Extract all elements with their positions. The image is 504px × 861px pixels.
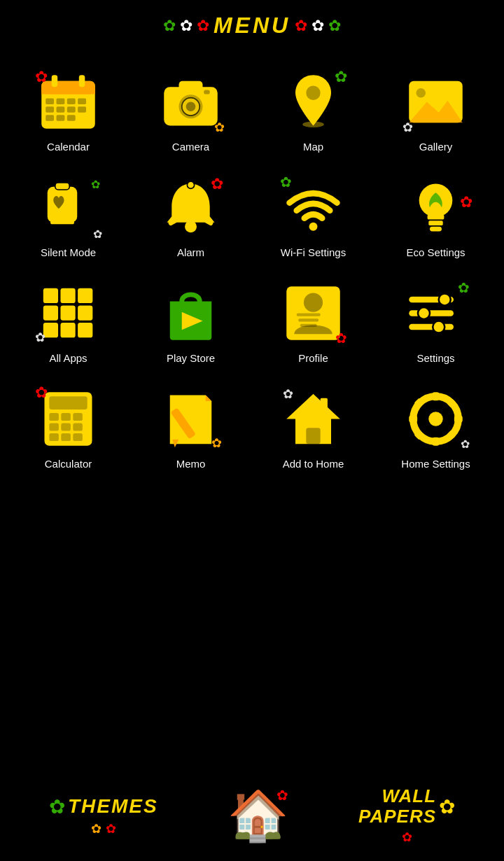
svg-rect-61 — [49, 396, 87, 410]
svg-rect-11 — [67, 106, 76, 113]
svg-rect-36 — [428, 214, 444, 219]
svg-point-50 — [304, 293, 323, 312]
deco-flower: ✿ — [458, 279, 470, 296]
calculator-icon-wrapper: ✿ — [34, 384, 104, 454]
svg-rect-56 — [409, 310, 454, 316]
wifi-icon-wrapper: ✿ — [279, 172, 349, 242]
add-home-icon-cell[interactable]: ✿ Add to Home — [252, 377, 374, 482]
svg-rect-6 — [57, 98, 65, 104]
deco-flower: ✿ — [461, 438, 470, 451]
svg-rect-64 — [73, 413, 83, 421]
svg-rect-74 — [306, 428, 320, 444]
svg-rect-10 — [57, 106, 65, 113]
flower-deco: ✿ — [180, 17, 192, 35]
deco-flower: ✿ — [335, 330, 347, 346]
svg-rect-69 — [61, 433, 71, 440]
flower-deco: ✿ — [163, 17, 176, 35]
themes-section[interactable]: ✿ THEMES ✿ ✿ — [49, 795, 158, 836]
wifi-icon-cell[interactable]: ✿ Wi-Fi Settings — [252, 165, 374, 271]
svg-rect-80 — [432, 437, 439, 445]
home-settings-icon — [406, 389, 465, 449]
eco-icon-wrapper: ✿ — [401, 172, 471, 242]
themes-label: THEMES — [68, 795, 158, 818]
svg-rect-21 — [204, 90, 210, 94]
home-settings-icon-cell[interactable]: ✿ Home Settings — [374, 377, 497, 482]
svg-point-30 — [185, 220, 197, 232]
svg-rect-2 — [41, 88, 95, 94]
themes-flower-green: ✿ — [49, 795, 65, 818]
map-icon-cell[interactable]: ✿ Map — [252, 59, 374, 165]
gallery-icon-wrapper: ✿ — [401, 66, 471, 136]
camera-icon — [161, 72, 220, 132]
calculator-icon-cell[interactable]: ✿ Calculator — [7, 377, 130, 482]
svg-point-78 — [428, 412, 442, 426]
svg-point-59 — [433, 321, 444, 332]
wifi-icon — [284, 178, 343, 237]
camera-icon-cell[interactable]: ✿ Camera — [130, 59, 252, 165]
deco-flower: ✿ — [93, 227, 102, 241]
svg-point-55 — [439, 293, 451, 305]
calendar-icon-wrapper: ✿ — [34, 66, 104, 136]
silent-mode-icon-cell[interactable]: ✿ ✿ Silent Mode — [7, 165, 130, 271]
wallpapers-section[interactable]: WALLPAPERS ✿ ✿ — [358, 786, 455, 844]
play-store-icon-wrapper — [156, 278, 226, 348]
alarm-icon-cell[interactable]: ✿ Alarm — [130, 165, 252, 271]
deco-flower: ✿ — [214, 120, 225, 135]
all-apps-icon — [38, 284, 98, 343]
flower-deco: ✿ — [295, 17, 307, 35]
themes-flower-red: ✿ — [106, 821, 116, 836]
svg-rect-9 — [46, 106, 54, 113]
profile-label: Profile — [298, 352, 328, 364]
svg-rect-66 — [61, 423, 71, 430]
add-home-icon-wrapper: ✿ — [279, 384, 349, 454]
svg-rect-58 — [409, 323, 454, 330]
footer-home-section[interactable]: 🏠 ✿ — [227, 787, 288, 844]
calendar-icon — [38, 72, 98, 132]
home-settings-icon-wrapper: ✿ — [401, 384, 471, 454]
settings-icon-cell[interactable]: ✿ Settings — [374, 271, 497, 377]
svg-rect-5 — [46, 98, 54, 104]
gallery-icon-cell[interactable]: ✿ Gallery — [374, 59, 497, 165]
deco-flower: ✿ — [91, 178, 100, 191]
svg-rect-67 — [73, 423, 83, 430]
svg-rect-29 — [50, 219, 74, 224]
play-store-icon-cell[interactable]: Play Store — [130, 271, 252, 377]
all-apps-label: All Apps — [49, 352, 87, 364]
silent-mode-label: Silent Mode — [41, 246, 96, 258]
deco-flower: ✿ — [211, 435, 222, 451]
deco-flower: ✿ — [283, 386, 293, 402]
play-store-label: Play Store — [167, 352, 215, 364]
settings-label: Settings — [416, 352, 454, 364]
app-grid: ✿ Calendar — [0, 46, 504, 489]
settings-icon — [406, 284, 465, 343]
memo-icon-wrapper: ✿ — [156, 384, 226, 454]
svg-rect-53 — [300, 323, 317, 326]
profile-icon-cell[interactable]: ✿ Profile — [252, 271, 374, 377]
calculator-label: Calculator — [45, 458, 92, 470]
wallpapers-flower-yellow: ✿ — [439, 795, 455, 818]
svg-rect-43 — [60, 305, 75, 320]
eco-icon-cell[interactable]: ✿ Eco Settings — [374, 165, 497, 271]
svg-rect-3 — [52, 75, 58, 87]
svg-rect-82 — [454, 415, 463, 422]
calendar-icon-cell[interactable]: ✿ Calendar — [7, 59, 130, 165]
home-settings-label: Home Settings — [401, 458, 470, 470]
alarm-label: Alarm — [177, 246, 204, 258]
svg-rect-8 — [78, 98, 86, 104]
all-apps-icon-cell[interactable]: ✿ All Apps — [7, 271, 130, 377]
deco-flower: ✿ — [402, 120, 413, 135]
camera-label: Camera — [172, 141, 209, 153]
menu-title: MENU — [214, 13, 290, 38]
svg-rect-63 — [61, 413, 71, 421]
alarm-icon-wrapper: ✿ — [156, 172, 226, 242]
svg-rect-13 — [46, 115, 54, 121]
deco-flower: ✿ — [35, 330, 46, 345]
svg-point-25 — [416, 88, 426, 97]
memo-icon-cell[interactable]: ✿ Memo — [130, 377, 252, 482]
svg-point-20 — [186, 102, 196, 111]
svg-point-31 — [187, 181, 194, 188]
silent-mode-icon — [38, 178, 98, 237]
memo-label: Memo — [176, 458, 206, 470]
svg-rect-28 — [55, 182, 69, 189]
svg-rect-75 — [321, 398, 328, 411]
